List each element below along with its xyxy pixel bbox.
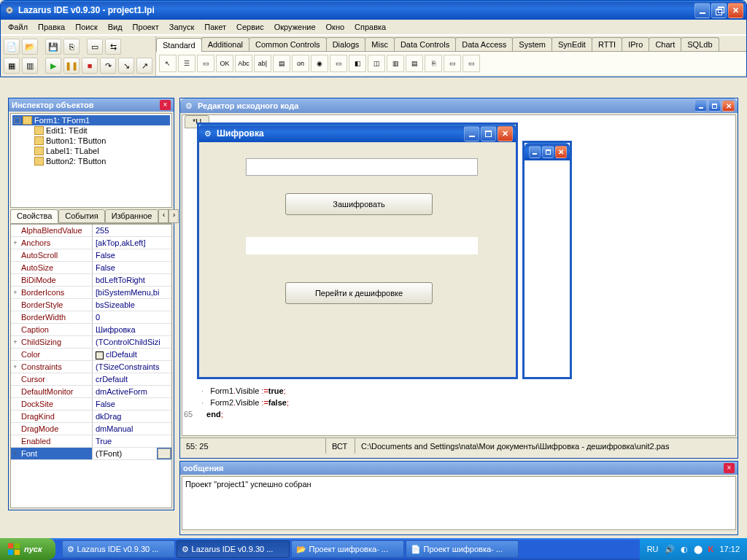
button2[interactable]: Перейти к дешифровке (285, 282, 433, 304)
component-9[interactable]: ▭ (330, 55, 347, 72)
prop-row[interactable]: +Anchors[akTop,akLeft] (11, 237, 171, 249)
prop-row[interactable]: CursorcrDefault (11, 373, 171, 386)
palette-tab-Dialogs[interactable]: Dialogs (326, 37, 366, 51)
property-tabs[interactable]: СвойстваСобытияИзбранное‹› (10, 209, 172, 224)
component-14[interactable]: ⎘ (425, 55, 442, 72)
task-item[interactable]: 📂Проект шифровка- ... (291, 540, 404, 558)
palette-tab-SynEdit[interactable]: SynEdit (551, 37, 592, 51)
component-3[interactable]: OK (216, 55, 233, 72)
palette-tab-Data Controls[interactable]: Data Controls (394, 37, 456, 51)
menu-Сервис[interactable]: Сервис (232, 21, 268, 33)
prop-row[interactable]: DefaultMonitordmActiveForm (11, 386, 171, 398)
minimize-button[interactable] (694, 3, 710, 18)
prop-row[interactable]: BiDiModebdLeftToRight (11, 274, 171, 287)
prop-row[interactable]: DockSiteFalse (11, 398, 171, 411)
menu-Файл[interactable]: Файл (4, 21, 32, 33)
form1-max[interactable] (481, 126, 496, 141)
tree-node[interactable]: Button2: TButton (33, 156, 170, 166)
messages-titlebar[interactable]: ообщения × (180, 462, 738, 475)
menu-Окно[interactable]: Окно (322, 21, 349, 33)
form1-designer[interactable]: ⚙ Шифровка Зашифровать Перейти к дешифро… (197, 122, 518, 379)
palette-tab-System[interactable]: System (512, 37, 552, 51)
editor-titlebar[interactable]: ⚙ Редактор исходного кода (180, 98, 738, 113)
prop-row[interactable]: +BorderIcons[biSystemMenu,bi (11, 287, 171, 299)
component-10[interactable]: ◧ (349, 55, 366, 72)
pause-button[interactable]: ❚❚ (63, 58, 80, 74)
messages-body[interactable]: Проект "project1" успешно собран (182, 476, 736, 530)
palette-tab-Data Access[interactable]: Data Access (455, 37, 513, 51)
menu-Справка[interactable]: Справка (350, 21, 390, 33)
prop-row[interactable]: +ChildSizing(TControlChildSizi (11, 336, 171, 349)
f2-close[interactable] (555, 146, 567, 158)
edit1[interactable] (246, 158, 478, 176)
prop-row[interactable]: DragModedmManual (11, 423, 171, 435)
menu-Вид[interactable]: Вид (104, 21, 127, 33)
palette-tab-IPro[interactable]: IPro (622, 37, 649, 51)
component-13[interactable]: ▤ (406, 55, 423, 72)
toggle-button[interactable]: ⇆ (105, 39, 121, 55)
task-item[interactable]: ⚙Lazarus IDE v0.9.30 ... (62, 540, 175, 558)
editor-min[interactable] (694, 101, 707, 112)
menu-bar[interactable]: ФайлПравкаПоискВидПроектЗапускПакетСерви… (1, 20, 746, 35)
palette-tabs[interactable]: StandardAdditionalCommon ControlsDialogs… (156, 36, 746, 52)
component-5[interactable]: ab| (254, 55, 271, 72)
component-12[interactable]: ▥ (387, 55, 404, 72)
palette-tab-SQLdb[interactable]: SQLdb (681, 37, 719, 51)
component-1[interactable]: ☰ (178, 55, 196, 72)
component-6[interactable]: ▤ (273, 55, 290, 72)
close-button[interactable] (728, 3, 743, 18)
palette-tab-RTTI[interactable]: RTTI (592, 37, 622, 51)
prop-tab-События[interactable]: События (58, 209, 104, 223)
save-button[interactable]: 💾 (45, 39, 61, 55)
form1-min[interactable] (464, 126, 479, 141)
stepover-button[interactable]: ↷ (100, 58, 116, 74)
menu-Окружение[interactable]: Окружение (270, 21, 320, 33)
tree-node[interactable]: Label1: TLabel (33, 146, 170, 156)
tray-av-icon[interactable]: K (708, 545, 714, 553)
prop-row[interactable]: CaptionШифровка (11, 324, 171, 336)
prop-row[interactable]: ColorclDefault (11, 349, 171, 361)
tree-node[interactable]: Button1: TButton (33, 136, 170, 146)
component-16[interactable]: ▭ (462, 55, 480, 72)
prop-row[interactable]: BorderStylebsSizeable (11, 299, 171, 311)
new-button[interactable]: 📄 (4, 39, 20, 55)
label1[interactable] (246, 237, 478, 254)
tray-icon-2[interactable]: ⬤ (694, 545, 703, 554)
form1-titlebar[interactable]: ⚙ Шифровка (199, 125, 516, 142)
stepinto-button[interactable]: ↘ (118, 58, 134, 74)
menu-Пакет[interactable]: Пакет (200, 21, 231, 33)
inspector-close[interactable]: × (160, 100, 171, 110)
component-2[interactable]: ▭ (197, 55, 214, 72)
task-item[interactable]: 📄Проект шифровка- ... (406, 540, 519, 558)
f2-min[interactable] (529, 146, 541, 158)
f2-max[interactable] (542, 146, 554, 158)
palette-tab-Additional[interactable]: Additional (201, 37, 249, 51)
clock[interactable]: 17:12 (719, 545, 740, 553)
new-form-button[interactable]: ▭ (87, 39, 103, 55)
menu-Запуск[interactable]: Запуск (165, 21, 198, 33)
menu-Проект[interactable]: Проект (128, 21, 163, 33)
prop-tab-Избранное[interactable]: Избранное (105, 209, 159, 223)
prop-row[interactable]: EnabledTrue (11, 435, 171, 448)
editor-max[interactable] (708, 101, 721, 112)
lang-indicator[interactable]: RU (647, 545, 659, 553)
task-item[interactable]: ⚙Lazarus IDE v0.9.30 ... (177, 540, 290, 558)
object-tree[interactable]: −Form1: TForm1Edit1: TEditButton1: TButt… (10, 113, 172, 208)
code-area[interactable]: · Form1.Visible :=true;· Form2.Visible :… (204, 385, 289, 420)
menu-Поиск[interactable]: Поиск (71, 21, 101, 33)
stop-button[interactable]: ■ (82, 58, 98, 74)
start-button[interactable]: пуск (0, 538, 55, 560)
prop-tab-Свойства[interactable]: Свойства (10, 209, 58, 223)
component-0[interactable]: ↖ (159, 55, 177, 72)
component-11[interactable]: ◫ (368, 55, 385, 72)
property-grid[interactable]: AlphaBlendValue255+Anchors[akTop,akLeft]… (10, 224, 172, 508)
inspector-titlebar[interactable]: Инспектор объектов × (9, 98, 174, 112)
tray-volume-icon[interactable]: 🔊 (665, 545, 675, 554)
editor-close[interactable] (722, 101, 735, 112)
units-button[interactable]: ▦ (4, 58, 20, 74)
form1-close[interactable] (498, 126, 513, 141)
button1[interactable]: Зашифровать (285, 193, 433, 215)
palette-tab-Misc[interactable]: Misc (365, 37, 395, 51)
prop-row[interactable]: +Constraints(TSizeConstraints (11, 361, 171, 373)
saveall-button[interactable]: ⎘ (63, 39, 80, 55)
